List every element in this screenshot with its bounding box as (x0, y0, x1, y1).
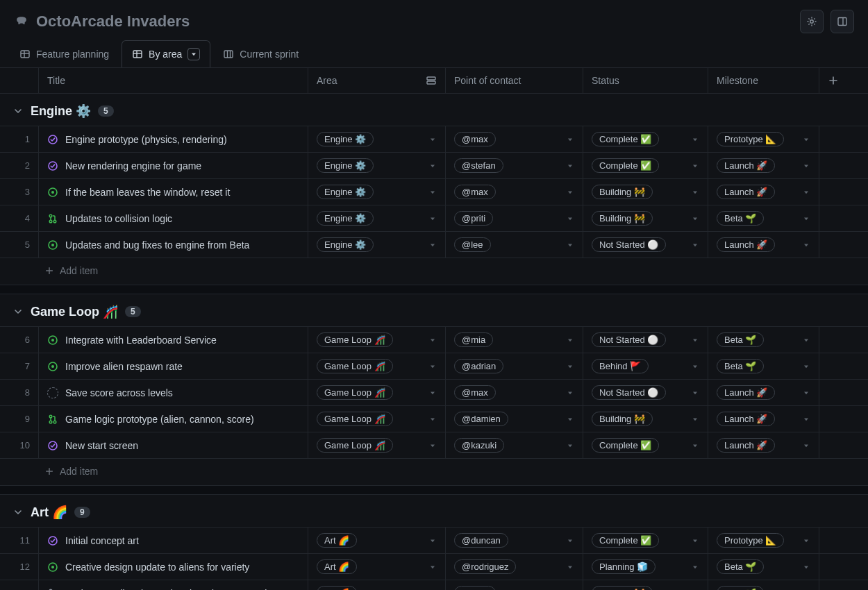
table-row[interactable]: 5Updates and bug fixes to engine from Be… (0, 231, 868, 258)
milestone-cell[interactable]: Prototype 📐 (708, 126, 819, 152)
table-row[interactable]: 1Engine prototype (physics, rendering)En… (0, 126, 868, 152)
table-row[interactable]: 4Updates to collision logicEngine ⚙️@pri… (0, 205, 868, 231)
area-cell[interactable]: Engine ⚙️ (308, 153, 446, 178)
status-cell[interactable]: Complete ✅ (583, 432, 708, 458)
poc-cell[interactable]: @duncan (446, 528, 583, 553)
milestone-cell[interactable]: Beta 🌱 (708, 205, 819, 231)
milestone-cell[interactable]: Beta 🌱 (708, 580, 819, 590)
group-collapse-toggle[interactable] (12, 106, 24, 117)
milestone-cell[interactable]: Launch 🚀 (708, 232, 819, 258)
add-item-button[interactable]: Add item (0, 258, 868, 285)
table-row[interactable]: 6Integrate with Leaderboard ServiceGame … (0, 326, 868, 353)
poc-cell[interactable]: @max (446, 179, 583, 205)
table-row[interactable]: 8Save score across levelsGame Loop 🎢@max… (0, 379, 868, 405)
table-row[interactable]: 3If the beam leaves the window, reset it… (0, 178, 868, 205)
row-title: Save score across levels (65, 387, 173, 398)
area-pill: Art 🌈 (317, 559, 357, 574)
table-row[interactable]: 2New rendering engine for gameEngine ⚙️@… (0, 152, 868, 178)
col-poc[interactable]: Point of contact (446, 68, 583, 93)
status-cell[interactable]: Complete ✅ (583, 528, 708, 553)
row-type-icon (47, 160, 58, 171)
poc-cell[interactable]: @priti (446, 205, 583, 231)
table-row[interactable]: 7Improve alien respawn rateGame Loop 🎢@a… (0, 353, 868, 379)
area-cell[interactable]: Game Loop 🎢 (308, 406, 446, 432)
poc-cell[interactable]: @max (446, 126, 583, 152)
title-cell[interactable]: Updates to alien, beam, bomb and cannon … (39, 580, 308, 590)
title-cell[interactable]: Initial concept art (39, 528, 308, 553)
table-row[interactable]: 11Initial concept artArt 🌈@duncanComplet… (0, 527, 868, 553)
status-cell[interactable]: Complete ✅ (583, 126, 708, 152)
poc-cell[interactable]: @sam (446, 580, 583, 590)
status-cell[interactable]: Building 🚧 (583, 406, 708, 432)
group-collapse-toggle[interactable] (12, 306, 24, 317)
area-cell[interactable]: Engine ⚙️ (308, 205, 446, 231)
area-cell[interactable]: Art 🌈 (308, 554, 446, 580)
milestone-cell[interactable]: Beta 🌱 (708, 327, 819, 353)
add-item-button[interactable]: Add item (0, 458, 868, 485)
title-cell[interactable]: If the beam leaves the window, reset it (39, 179, 308, 205)
area-cell[interactable]: Game Loop 🎢 (308, 353, 446, 379)
area-cell[interactable]: Art 🌈 (308, 528, 446, 553)
poc-cell[interactable]: @lee (446, 232, 583, 258)
poc-cell[interactable]: @mia (446, 327, 583, 353)
milestone-cell[interactable]: Prototype 📐 (708, 528, 819, 553)
milestone-cell[interactable]: Launch 🚀 (708, 179, 819, 205)
poc-cell[interactable]: @rodriguez (446, 554, 583, 580)
area-cell[interactable]: Game Loop 🎢 (308, 432, 446, 458)
title-cell[interactable]: Integrate with Leaderboard Service (39, 327, 308, 353)
title-cell[interactable]: Save score across levels (39, 380, 308, 405)
area-cell[interactable]: Game Loop 🎢 (308, 327, 446, 353)
title-cell[interactable]: Game logic prototype (alien, cannon, sco… (39, 406, 308, 432)
table-row[interactable]: 10New start screenGame Loop 🎢@kazukiComp… (0, 432, 868, 458)
table-row[interactable]: 9Game logic prototype (alien, cannon, sc… (0, 405, 868, 432)
milestone-cell[interactable]: Launch 🚀 (708, 432, 819, 458)
col-milestone[interactable]: Milestone (708, 68, 819, 93)
poc-cell[interactable]: @adrian (446, 353, 583, 379)
status-cell[interactable]: Building 🚧 (583, 179, 708, 205)
col-status[interactable]: Status (583, 68, 708, 93)
area-cell[interactable]: Game Loop 🎢 (308, 380, 446, 405)
milestone-pill: Launch 🚀 (717, 158, 775, 173)
status-cell[interactable]: Not Started ⚪ (583, 327, 708, 353)
status-cell[interactable]: Building 🚧 (583, 580, 708, 590)
col-title[interactable]: Title (39, 68, 308, 93)
tab-by-area[interactable]: By area (122, 40, 210, 67)
panel-toggle-button[interactable] (831, 10, 854, 33)
milestone-cell[interactable]: Beta 🌱 (708, 353, 819, 379)
tab-menu-button[interactable] (187, 48, 200, 60)
area-cell[interactable]: Art 🌈 (308, 580, 446, 590)
status-cell[interactable]: Planning 🧊 (583, 554, 708, 580)
area-cell[interactable]: Engine ⚙️ (308, 232, 446, 258)
milestone-cell[interactable]: Launch 🚀 (708, 380, 819, 405)
col-area[interactable]: Area (308, 68, 446, 93)
title-cell[interactable]: Updates to collision logic (39, 205, 308, 231)
table-row[interactable]: 2Updates to alien, beam, bomb and cannon… (0, 580, 868, 590)
poc-cell[interactable]: @kazuki (446, 432, 583, 458)
title-cell[interactable]: Creative design update to aliens for var… (39, 554, 308, 580)
status-cell[interactable]: Building 🚧 (583, 205, 708, 231)
table-row[interactable]: 12Creative design update to aliens for v… (0, 553, 868, 580)
title-cell[interactable]: Improve alien respawn rate (39, 353, 308, 379)
tab-feature-planning[interactable]: Feature planning (10, 42, 119, 67)
plus-icon (44, 466, 54, 476)
status-cell[interactable]: Not Started ⚪ (583, 232, 708, 258)
area-cell[interactable]: Engine ⚙️ (308, 126, 446, 152)
milestone-cell[interactable]: Beta 🌱 (708, 554, 819, 580)
settings-button[interactable] (800, 10, 824, 33)
milestone-cell[interactable]: Launch 🚀 (708, 153, 819, 178)
area-cell[interactable]: Engine ⚙️ (308, 179, 446, 205)
title-cell[interactable]: Engine prototype (physics, rendering) (39, 126, 308, 152)
status-cell[interactable]: Not Started ⚪ (583, 380, 708, 405)
poc-cell[interactable]: @damien (446, 406, 583, 432)
title-cell[interactable]: Updates and bug fixes to engine from Bet… (39, 232, 308, 258)
milestone-cell[interactable]: Launch 🚀 (708, 406, 819, 432)
title-cell[interactable]: New start screen (39, 432, 308, 458)
title-cell[interactable]: New rendering engine for game (39, 153, 308, 178)
poc-cell[interactable]: @stefan (446, 153, 583, 178)
add-column-button[interactable] (819, 68, 847, 93)
poc-cell[interactable]: @max (446, 380, 583, 405)
group-collapse-toggle[interactable] (12, 507, 24, 518)
status-cell[interactable]: Complete ✅ (583, 153, 708, 178)
tab-current-sprint[interactable]: Current sprint (213, 42, 308, 67)
status-cell[interactable]: Behind 🚩 (583, 353, 708, 379)
